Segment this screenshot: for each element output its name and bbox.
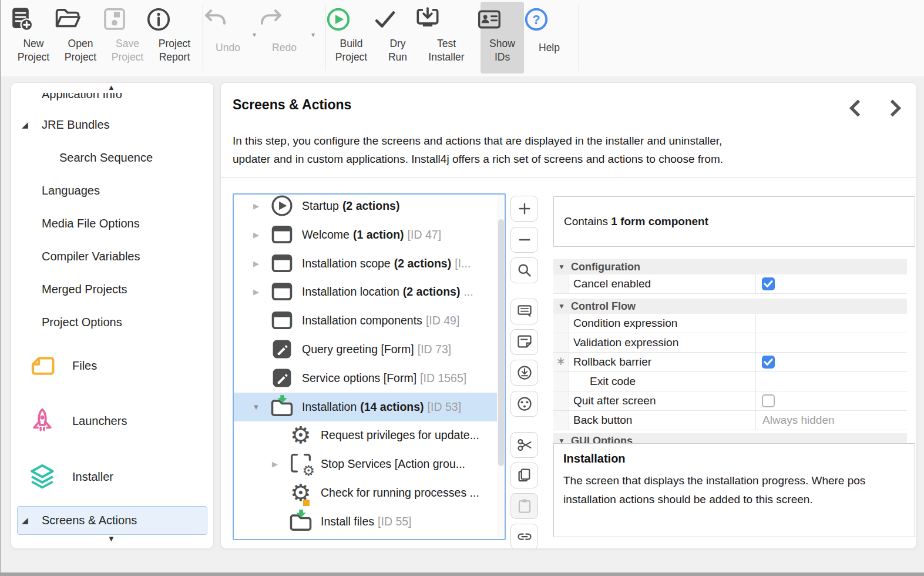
tree-row-service-options[interactable]: Service options [Form][ID 1565] <box>234 364 505 393</box>
show-ids-button[interactable]: Show IDs <box>476 4 529 64</box>
property-row-back-button[interactable]: Back button Always hidden <box>553 411 907 430</box>
redo-button[interactable]: Redo <box>258 4 311 55</box>
comment-button[interactable] <box>510 299 538 324</box>
gear-icon: ⚙ <box>288 422 314 448</box>
download-circle-icon <box>516 364 533 381</box>
property-row-condition-expression[interactable]: Condition expression <box>553 314 907 333</box>
property-row-rollback-barrier[interactable]: ∗ Rollback barrier <box>553 353 907 372</box>
sidebar-item-merged-projects[interactable]: Merged Projects <box>42 280 127 298</box>
tree-row-installation-selected[interactable]: ▼ Installation(14 actions)[ID 53] <box>234 393 505 421</box>
copy-icon <box>516 467 533 484</box>
cut-button[interactable] <box>510 432 538 458</box>
page-description-line1: In this step, you configure the screens … <box>233 135 722 148</box>
section-configuration[interactable]: ▼ Configuration <box>553 259 907 274</box>
help-button[interactable]: ? Help <box>523 4 576 55</box>
screens-actions-tree[interactable]: ▶ Startup(2 actions) ▶ Welcome(1 action)… <box>233 193 506 540</box>
chevron-right-icon[interactable]: ▶ <box>250 277 262 306</box>
property-row-validation-expression[interactable]: Validation expression <box>553 333 907 353</box>
sidebar-item-installer[interactable]: Installer <box>72 468 113 485</box>
chevron-right-icon[interactable]: ▶ <box>250 249 262 278</box>
tree-row-welcome[interactable]: ▶ Welcome(1 action)[ID 47] <box>234 220 505 249</box>
sidebar-item-jre-bundles[interactable]: JRE Bundles <box>42 116 110 133</box>
tree-row-installation-components[interactable]: Installation components[ID 49] <box>234 306 505 335</box>
sidebar-item-launchers[interactable]: Launchers <box>72 412 127 430</box>
download-action-button[interactable] <box>510 360 538 386</box>
checkbox-checked[interactable] <box>762 277 775 290</box>
chevron-down-icon[interactable]: ▼ <box>558 299 565 314</box>
open-project-button[interactable]: Open Project <box>54 4 107 64</box>
tree-scrollbar[interactable] <box>497 195 505 539</box>
svg-text:?: ? <box>532 12 540 27</box>
paste-button[interactable] <box>510 493 538 519</box>
remove-button[interactable] <box>510 227 538 253</box>
sidebar-scroll-down-icon[interactable]: ▼ <box>107 534 115 543</box>
gear-warning-icon: ⚙ <box>288 480 314 505</box>
expanded-marker-icon[interactable]: ◢ <box>22 511 28 529</box>
property-row-exit-code[interactable]: Exit code <box>553 372 907 391</box>
note-button[interactable] <box>510 329 538 355</box>
tree-scrollbar-thumb[interactable] <box>498 219 504 466</box>
tree-row-installation-location[interactable]: ▶ Installation location(2 actions)... <box>234 277 505 306</box>
sidebar-item-project-options[interactable]: Project Options <box>42 313 122 331</box>
header-divider <box>221 177 916 178</box>
screen-icon <box>269 222 295 247</box>
layers-icon <box>29 463 56 490</box>
tree-row-stop-services[interactable]: ▶ ⚙ Stop Services [Action grou... <box>234 450 505 478</box>
link-button[interactable] <box>510 524 538 549</box>
checkbox-checked[interactable] <box>762 356 775 369</box>
chevron-right-icon[interactable]: ▶ <box>250 220 262 249</box>
help-icon: ? <box>523 5 576 34</box>
undo-icon <box>201 5 254 34</box>
section-control-flow[interactable]: ▼ Control Flow <box>553 299 907 314</box>
screen-description-panel: Installation The screen that displays th… <box>553 443 915 537</box>
expanded-marker-icon[interactable]: ◢ <box>22 116 28 133</box>
chevron-right-icon[interactable]: ▶ <box>250 193 262 220</box>
sidebar-item-languages[interactable]: Languages <box>42 182 100 199</box>
search-icon <box>516 262 533 279</box>
nav-next-icon[interactable] <box>883 97 906 119</box>
tree-row-query-greeting[interactable]: Query greeting [Form][ID 73] <box>234 335 505 364</box>
chevron-right-icon[interactable]: ▶ <box>269 450 281 478</box>
sidebar-item-files[interactable]: Files <box>72 357 97 374</box>
sidebar: Application Info ▲ ◢ JRE Bundles Search … <box>11 82 214 549</box>
tree-row-install-files[interactable]: Install files[ID 55] <box>234 507 505 536</box>
description-line2: installation actions should be added to … <box>563 493 813 506</box>
redo-dropdown-caret[interactable]: ▾ <box>311 31 315 39</box>
tree-row-check-running-processes[interactable]: ⚙ Check for running processes ... <box>234 478 505 507</box>
startup-icon <box>269 193 295 219</box>
sidebar-item-screens-actions[interactable]: Screens & Actions <box>42 511 137 529</box>
project-report-button[interactable]: Project Report <box>145 4 204 64</box>
search-button[interactable] <box>510 257 538 283</box>
socket-button[interactable] <box>510 391 538 417</box>
tree-row-startup[interactable]: ▶ Startup(2 actions) <box>234 193 505 220</box>
form-icon <box>269 365 295 391</box>
chevron-down-icon[interactable]: ▼ <box>558 259 565 274</box>
property-row-quit-after-screen[interactable]: Quit after screen <box>553 391 907 411</box>
window-bottom-edge <box>0 572 924 576</box>
tree-row-installation-scope[interactable]: ▶ Installation scope(2 actions)[I... <box>234 249 505 278</box>
copy-button[interactable] <box>510 463 538 488</box>
sidebar-item-media-file-options[interactable]: Media File Options <box>42 215 140 232</box>
screen-icon <box>269 279 295 304</box>
new-project-button[interactable]: New Project <box>7 4 60 64</box>
plus-icon <box>516 200 533 217</box>
modified-asterisk: ∗ <box>553 354 569 368</box>
build-project-icon <box>325 5 378 34</box>
property-row-cancel-enabled[interactable]: Cancel enabled <box>553 274 907 294</box>
redo-icon <box>258 5 311 34</box>
undo-dropdown-caret[interactable]: ▾ <box>253 31 256 39</box>
screen-icon <box>269 307 295 333</box>
sidebar-scroll-up-icon[interactable]: ▲ <box>107 83 115 92</box>
comment-icon <box>516 303 533 320</box>
test-installer-button[interactable]: Test Installer <box>414 4 479 64</box>
checkbox-unchecked[interactable] <box>762 394 775 407</box>
undo-button[interactable]: Undo <box>201 4 254 55</box>
tree-row-request-privileges[interactable]: ⚙ Request privileges for update... <box>234 421 505 450</box>
add-button[interactable] <box>510 196 538 222</box>
build-project-button[interactable]: Build Project <box>325 4 378 64</box>
chevron-down-icon[interactable]: ▼ <box>250 393 262 421</box>
nav-previous-icon[interactable] <box>845 97 867 119</box>
link-icon <box>516 528 533 545</box>
sidebar-item-compiler-variables[interactable]: Compiler Variables <box>42 247 140 265</box>
sidebar-item-search-sequence[interactable]: Search Sequence <box>59 149 153 166</box>
